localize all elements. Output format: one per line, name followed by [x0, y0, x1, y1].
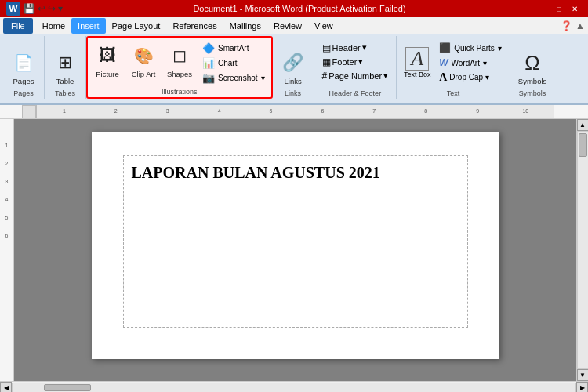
scroll-down-btn[interactable]: ▼	[577, 369, 589, 381]
file-menu[interactable]: File	[3, 18, 33, 34]
pages-group: 📄 Pages Pages	[3, 36, 45, 99]
dropcap-button[interactable]: A Drop Cap ▾	[436, 71, 505, 84]
page-content[interactable]: LAPORAN BULAN AGUSTUS 2021	[123, 155, 468, 328]
symbols-icon: Ω	[520, 50, 545, 75]
review-tab[interactable]: Review	[267, 18, 308, 34]
smartart-icon: 🔷	[202, 42, 215, 54]
scroll-up-btn[interactable]: ▲	[577, 119, 589, 131]
screenshot-button[interactable]: 📷 Screenshot▾	[199, 71, 268, 85]
title-bar: W 💾 ↩ ↪ ▾ Document1 - Microsoft Word (Pr…	[0, 0, 588, 17]
ribbon: 📄 Pages Pages ⊞ Table Tables 🖼	[0, 34, 588, 105]
footer-button[interactable]: ▦ Footer ▾	[319, 55, 367, 68]
view-tab[interactable]: View	[308, 18, 339, 34]
references-tab[interactable]: References	[166, 18, 223, 34]
clipart-button[interactable]: 🎨 Clip Art	[127, 39, 160, 82]
save-btn[interactable]: 💾	[24, 3, 35, 14]
text-group: A Text Box ⬛ Quick Parts ▾ W WordArt ▾ A	[397, 36, 510, 99]
tables-group-label: Tables	[45, 89, 85, 97]
chart-icon: 📊	[202, 57, 215, 69]
links-group-label: Links	[273, 89, 314, 97]
title-bar-left: W 💾 ↩ ↪ ▾	[6, 2, 63, 16]
wordart-button[interactable]: W WordArt ▾	[436, 56, 505, 70]
home-tab[interactable]: Home	[36, 18, 71, 34]
document-area: LAPORAN BULAN AGUSTUS 2021	[14, 119, 576, 381]
dropcap-icon: A	[439, 71, 447, 84]
textbox-button[interactable]: A Text Box	[401, 41, 433, 85]
menu-bar: File Home Insert Page Layout References …	[0, 17, 588, 34]
pages-button[interactable]: 📄 Pages	[8, 45, 39, 91]
scroll-thumb[interactable]	[579, 133, 587, 157]
shapes-button[interactable]: ◻ Shapes	[163, 39, 196, 82]
mailings-tab[interactable]: Mailings	[223, 18, 267, 34]
symbols-group: Ω Symbols Symbols	[510, 36, 554, 99]
h-scroll-thumb[interactable]	[44, 384, 91, 391]
chart-button[interactable]: 📊 Chart	[199, 56, 268, 70]
smartart-button[interactable]: 🔷 SmartArt	[199, 41, 268, 55]
header-footer-group-label: Header & Footer	[314, 89, 397, 97]
header-icon: ▤	[322, 42, 331, 53]
symbols-button[interactable]: Ω Symbols	[515, 45, 550, 91]
pages-group-label: Pages	[3, 89, 44, 97]
shapes-icon: ◻	[167, 43, 192, 68]
small-illustrations: 🔷 SmartArt 📊 Chart 📷 Screenshot▾	[199, 41, 268, 85]
document-title: LAPORAN BULAN AGUSTUS 2021	[132, 164, 459, 182]
vertical-ruler: 1 2 3 4 5 6	[0, 119, 14, 381]
table-icon: ⊞	[53, 50, 78, 75]
horizontal-ruler: 1 2 3 4 5 6 7 8 9 10	[0, 105, 588, 119]
scroll-left-btn[interactable]: ◀	[0, 382, 12, 393]
pagenumber-button[interactable]: # Page Number ▾	[319, 69, 392, 82]
quick-access-toolbar: 💾 ↩ ↪ ▾	[24, 3, 63, 14]
illustrations-group-label: Illustrations	[88, 88, 271, 96]
maximize-btn[interactable]: □	[552, 2, 566, 15]
header-button[interactable]: ▤ Header ▾	[319, 41, 370, 54]
insert-tab[interactable]: Insert	[71, 18, 106, 34]
header-footer-group: ▤ Header ▾ ▦ Footer ▾ # Page Number ▾ He…	[314, 36, 397, 99]
close-btn[interactable]: ✕	[568, 2, 582, 15]
redo-btn[interactable]: ↪	[48, 3, 56, 14]
picture-icon: 🖼	[95, 43, 120, 68]
pagenumber-icon: #	[322, 71, 328, 82]
title-bar-title: Document1 - Microsoft Word (Product Acti…	[63, 4, 536, 13]
quickparts-button[interactable]: ⬛ Quick Parts ▾	[436, 41, 505, 55]
footer-icon: ▦	[322, 56, 331, 67]
screenshot-icon: 📷	[202, 72, 215, 84]
app-body: 1 2 3 4 5 6 LAPORAN BULAN AGUSTUS 2021 ▲…	[0, 119, 588, 381]
text-small-group: ⬛ Quick Parts ▾ W WordArt ▾ A Drop Cap ▾	[436, 41, 505, 84]
quickparts-icon: ⬛	[439, 42, 451, 53]
title-bar-controls: − □ ✕	[536, 2, 582, 15]
links-icon: 🔗	[281, 50, 306, 75]
tables-group: ⊞ Table Tables	[45, 36, 86, 99]
horizontal-scrollbar[interactable]: ◀ ▶	[0, 381, 588, 392]
minimize-btn[interactable]: −	[536, 2, 550, 15]
undo-btn[interactable]: ↩	[38, 3, 45, 14]
scroll-right-btn[interactable]: ▶	[576, 382, 588, 393]
vertical-scrollbar[interactable]: ▲ ▼	[576, 119, 588, 381]
pagelayout-tab[interactable]: Page Layout	[106, 18, 167, 34]
ribbon-collapse[interactable]: ▲	[575, 20, 585, 31]
symbols-group-label: Symbols	[510, 89, 554, 97]
wordart-icon: W	[439, 57, 448, 68]
help-question[interactable]: ❓	[561, 20, 572, 31]
picture-button[interactable]: 🖼 Picture	[91, 39, 124, 82]
scroll-track[interactable]	[577, 131, 589, 369]
clipart-icon: 🎨	[131, 43, 156, 68]
word-icon: W	[6, 2, 20, 16]
text-group-label: Text	[397, 89, 510, 97]
links-button[interactable]: 🔗 Links	[278, 45, 309, 91]
pages-icon: 📄	[11, 50, 36, 75]
h-scroll-track[interactable]	[12, 383, 576, 393]
table-button[interactable]: ⊞ Table	[49, 45, 81, 91]
textbox-icon: A	[405, 47, 429, 71]
illustrations-group: 🖼 Picture 🎨 Clip Art ◻ Shapes 🔷	[86, 36, 273, 99]
document-page: LAPORAN BULAN AGUSTUS 2021	[92, 132, 499, 359]
links-group: 🔗 Links Links	[273, 36, 314, 99]
